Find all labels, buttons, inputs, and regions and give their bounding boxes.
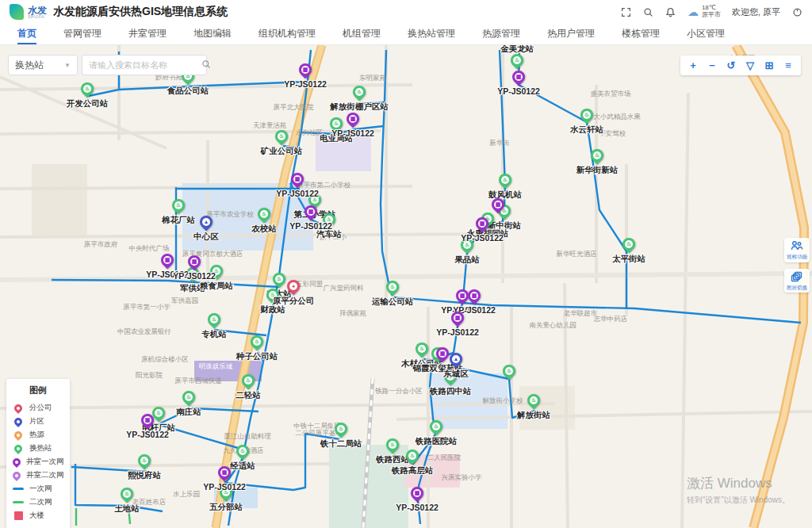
marker-label: 果品站 — [454, 254, 480, 266]
marker-label: YP-JS0122 — [284, 79, 327, 89]
legend-line-swatch — [13, 501, 24, 503]
marker-label: 解放街棚户区站 — [330, 101, 389, 113]
legend-item-9: 大楼 — [13, 509, 63, 522]
marker-label: YP-JS0122 — [289, 221, 332, 231]
basemap-label: 兴原实验小学 — [442, 473, 482, 483]
search-category-select[interactable]: 换热站 ▼ — [8, 55, 78, 75]
tab-6[interactable]: 机组管理 — [343, 24, 381, 44]
basemap-label: 水上乐园 — [173, 490, 200, 499]
station-pin-icon: ♨ — [525, 392, 543, 410]
station-pin-icon: ♨ — [248, 333, 266, 351]
basemap-label: 明珠娱乐城 — [199, 362, 233, 372]
marker-label: 五分部站 — [209, 502, 243, 513]
search-input[interactable] — [89, 60, 201, 70]
search-input-box — [82, 55, 207, 75]
well-pin-icon: ▦ — [408, 484, 427, 503]
logo-cn: 水发 — [28, 6, 47, 15]
marker-label: 新华街新站 — [576, 165, 619, 176]
basemap-label: 原机综合楼小区 — [141, 355, 189, 365]
app-header: 水发 SHUIFA 水发能源盾安供热GIS地理信息系统 ☁ 18℃ 原平市 欢迎… — [0, 0, 812, 24]
zoom-out-button[interactable]: − — [704, 58, 720, 74]
reset-view-button[interactable]: ↺ — [723, 58, 739, 74]
well-pin-icon: ▦ — [159, 251, 177, 270]
tab-2[interactable]: 管网管理 — [63, 24, 102, 44]
weather-widget: ☁ 18℃ 原平市 — [688, 5, 721, 19]
layer-list-button[interactable]: ≡ — [780, 58, 796, 74]
basemap-label: 东明家苑 — [359, 74, 386, 83]
layer-switch-button[interactable]: 图层切换 — [784, 269, 810, 293]
legend-item-5: 井室一次网 — [13, 455, 63, 469]
fullscreen-icon[interactable] — [621, 6, 632, 17]
station-pin-icon: ♨ — [350, 83, 369, 101]
station-pin-icon: ♨ — [79, 80, 97, 98]
station-pin-icon: ♨ — [234, 442, 252, 461]
marker-label: YP-JS0122 — [203, 482, 246, 492]
station-pin-icon: ♨ — [496, 171, 515, 189]
logout-icon[interactable] — [791, 6, 802, 17]
search-magnifier-icon[interactable] — [201, 58, 211, 72]
well-pin-icon: ▦ — [510, 68, 528, 86]
basemap-label: 盛美衣贸市场 — [591, 90, 631, 99]
marker-label: 水云轩站 — [570, 124, 603, 136]
marker-label: 铁路高层站 — [392, 465, 434, 476]
marker-label: 种子公司站 — [236, 351, 278, 362]
station-pin-icon: ♨ — [205, 311, 224, 329]
legend-title: 图例 — [13, 385, 63, 396]
map-canvas[interactable]: 原平市实验中学妙府书苑东明家苑吉祥新区盛美衣贸市场大小武精品水果天津童活苑原平北… — [0, 45, 812, 528]
basemap-label: 原平市政府 — [84, 240, 118, 250]
legend-item-8: 二次网 — [13, 495, 63, 509]
marker-label: YP-JS0122 — [461, 233, 504, 243]
station-pin-icon: ♨ — [180, 388, 198, 407]
marker-label: 农校站 — [251, 224, 277, 235]
basemap-label: 永兴社区 — [296, 128, 323, 138]
basemap-label: 二人民医院 — [427, 453, 462, 463]
station-pin-icon: ♨ — [427, 418, 446, 436]
station-pin-icon: ♨ — [384, 436, 402, 454]
basemap-label: 原平市农业学校 — [206, 210, 254, 220]
basemap-label: 老华联超市 — [564, 309, 598, 319]
basemap-label: 原平市西城快递 — [174, 377, 222, 386]
tab-3[interactable]: 井室管理 — [128, 24, 167, 44]
zoom-in-button[interactable]: + — [685, 58, 701, 74]
tab-5[interactable]: 组织机构管理 — [259, 24, 316, 44]
marker-label: 铁路医院站 — [416, 436, 458, 447]
select-area-button[interactable]: ⊞ — [761, 58, 777, 74]
tab-1[interactable]: 首页 — [17, 24, 36, 44]
basemap-label: 中国农业发展银行 — [117, 327, 171, 337]
chevron-down-icon: ▼ — [64, 62, 71, 69]
marker-label: 铁路西站 — [376, 454, 409, 465]
notification-bell-icon[interactable] — [665, 6, 676, 17]
marker-label: 金美龙站 — [500, 45, 534, 55]
legend-item-7: 一次网 — [13, 482, 63, 495]
inspect-staff-button[interactable]: 巡检功能 — [784, 238, 810, 262]
tab-4[interactable]: 地图编辑 — [193, 24, 232, 44]
station-pin-icon: ♨ — [500, 362, 519, 381]
basemap-label: 新华旺光酒店 — [557, 250, 597, 259]
tab-10[interactable]: 楼栋管理 — [622, 24, 660, 44]
shuifa-logo-icon — [10, 4, 24, 20]
marker-layer: ♨开发公司站♨食品公司站♨解放街棚户区站♨电业局站♨矿业公司站♨金美龙站♨水云轩… — [0, 45, 812, 528]
station-pin-icon: ♨ — [413, 340, 431, 358]
map-search-bar: 换热站 ▼ — [8, 55, 207, 75]
welcome-text: 欢迎您, 原平 — [732, 6, 780, 18]
marker-label: 棉花厂站 — [162, 215, 195, 226]
search-icon[interactable] — [643, 6, 654, 17]
tab-8[interactable]: 热源管理 — [482, 24, 520, 44]
map-side-tools: 巡检功能图层切换 — [784, 238, 810, 293]
basemap-label: 南关童心幼儿园 — [529, 321, 576, 331]
station-pin-icon: ♨ — [239, 372, 258, 390]
measure-button[interactable]: ▽ — [742, 58, 758, 74]
legend-item-1: 分公司 — [13, 401, 63, 415]
station-pin-icon: ♨ — [170, 197, 188, 215]
marker-label: 铁十二局站 — [320, 438, 362, 450]
marker-label: 经适站 — [230, 461, 255, 472]
legend-pin-swatch — [13, 402, 24, 413]
basemap-label: 原平北大医院 — [274, 103, 314, 113]
tab-11[interactable]: 小区管理 — [687, 24, 725, 44]
marker-label: YP-JS0122 — [497, 86, 540, 96]
marker-label: 运输公司站 — [372, 297, 414, 308]
tab-7[interactable]: 换热站管理 — [408, 24, 455, 44]
tab-9[interactable]: 热用户管理 — [547, 24, 595, 44]
marker-label: YP-JS0122 — [331, 128, 374, 138]
basemap-label: 大小武精品水果 — [593, 113, 641, 122]
